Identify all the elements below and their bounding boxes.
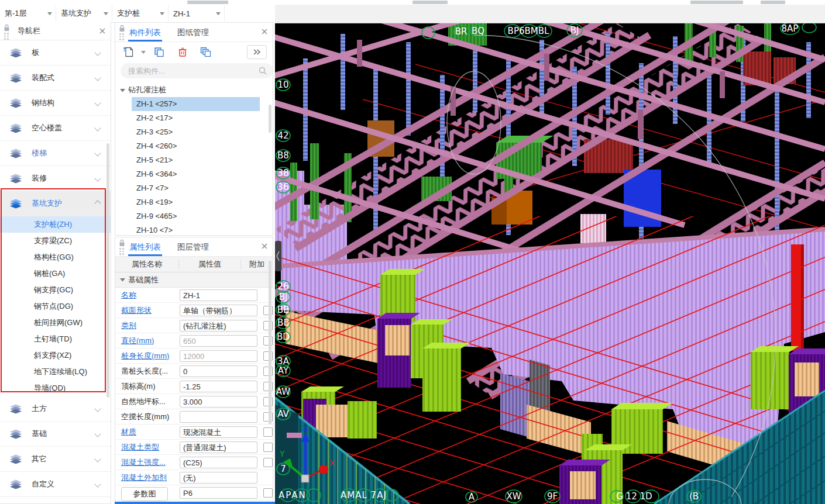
collapse-panel-tab[interactable] (275, 241, 281, 271)
chevron-down-icon (94, 175, 101, 181)
property-value-field[interactable]: 650 (180, 335, 257, 347)
sidebar-subitem-钢支撑(GC)[interactable]: 钢支撑(GC) (0, 282, 111, 298)
sidebar-item-装修[interactable]: 装修 (0, 166, 111, 191)
sidebar-item-基坑支护[interactable]: 基坑支护 (0, 191, 111, 216)
component-group-row[interactable]: 钻孔灌注桩 (115, 83, 273, 97)
list-item-ZH-8 <19>[interactable]: ZH-8 <19> (115, 195, 273, 209)
drag-handle[interactable] (115, 237, 128, 256)
sidebar-item-其它[interactable]: 其它 (0, 447, 111, 472)
property-value-field[interactable]: (无) (180, 472, 257, 484)
property-value-field[interactable]: 3.000 (180, 396, 257, 408)
svg-text:26: 26 (277, 281, 288, 292)
sidebar-item-板[interactable]: 板 (0, 40, 111, 65)
property-row-名称: 名称ZH-1 (115, 288, 273, 303)
close-icon[interactable] (261, 28, 268, 37)
3d-viewport-canvas[interactable]: BR BQ BP6BMBL BJ 8AP 10 42 B8 38 36 26 B… (275, 23, 825, 504)
sidebar-item-土方[interactable]: 土方 (0, 396, 111, 422)
delete-component-button[interactable] (175, 44, 190, 60)
list-item-ZH-6 <364>[interactable]: ZH-6 <364> (115, 167, 273, 181)
tab-drawing-management[interactable]: 图纸管理 (176, 23, 210, 42)
dropdown-value: 基坑支护 (61, 8, 91, 19)
property-value-field[interactable]: 0 (180, 365, 257, 377)
list-item-ZH-4 <260>[interactable]: ZH-4 <260> (115, 139, 273, 153)
floor-dropdown[interactable]: 第-1层 (0, 5, 56, 22)
sidebar-subitem-导墙(QD)[interactable]: 导墙(QD) (0, 380, 111, 396)
properties-column-header: 属性名称 属性值 附加 (115, 257, 273, 272)
search-input[interactable] (121, 63, 273, 78)
property-name: 空搅长度(mm) (115, 412, 180, 422)
property-row-混凝土类型: 混凝土类型(普通混凝土) (115, 440, 273, 455)
sidebar-subitem-支护桩(ZH)[interactable]: 支护桩(ZH) (0, 216, 111, 233)
component-group-label: 钻孔灌注桩 (128, 85, 166, 95)
attach-checkbox[interactable] (263, 443, 273, 452)
sidebar-item-label: 装修 (32, 173, 47, 184)
list-item-ZH-5 <21>[interactable]: ZH-5 <21> (115, 153, 273, 167)
copy-multiple-button[interactable] (198, 44, 214, 60)
drag-handle[interactable] (0, 22, 13, 40)
property-value-field[interactable]: 12000 (180, 350, 257, 362)
property-value-field[interactable]: P6 (180, 487, 257, 499)
sidebar-item-基础[interactable]: 基础 (0, 422, 111, 447)
sidebar-subitem-桩间挂网(GW)[interactable]: 桩间挂网(GW) (0, 315, 111, 331)
expand-toolbar-button[interactable] (247, 45, 267, 59)
list-item-ZH-2 <17>[interactable]: ZH-2 <17> (115, 111, 273, 125)
property-value-field[interactable] (180, 411, 257, 423)
property-name: 混凝土外加剂 (115, 472, 180, 483)
property-group-row[interactable]: 基础属性 (115, 272, 273, 288)
element-name-dropdown[interactable]: ZH-1 (169, 5, 225, 22)
sidebar-item-装配式[interactable]: 装配式 (0, 65, 111, 91)
sidebar-subitem-格构柱(GG)[interactable]: 格构柱(GG) (0, 249, 111, 265)
attach-checkbox[interactable] (263, 488, 273, 498)
sidebar-item-空心楼盖[interactable]: 空心楼盖 (0, 116, 111, 141)
sidebar-subitem-斜支撑(XZ)[interactable]: 斜支撑(XZ) (0, 347, 111, 364)
sidebar-item-楼梯[interactable]: 楼梯 (0, 141, 111, 166)
property-value-field[interactable]: -1.25 (180, 381, 257, 392)
copy-component-button[interactable] (152, 44, 167, 60)
sidebar-subitem-钢桩(GA)[interactable]: 钢桩(GA) (0, 265, 111, 282)
sidebar-item-钢结构[interactable]: 钢结构 (0, 91, 111, 116)
attach-checkbox[interactable] (263, 427, 273, 437)
close-icon[interactable] (99, 27, 106, 36)
property-value-field[interactable]: 单轴（带钢筋） (180, 305, 257, 316)
sidebar-item-label: 钢结构 (32, 98, 54, 108)
svg-text:XW: XW (506, 491, 521, 502)
attach-checkbox[interactable] (263, 458, 273, 467)
svg-text:38: 38 (277, 168, 288, 178)
tab-property-list[interactable]: 属性列表 (128, 238, 162, 256)
property-row-材质: 材质现浇混凝土 (115, 424, 273, 440)
close-icon[interactable] (261, 243, 268, 251)
category-dropdown[interactable]: 基坑支护 (56, 5, 112, 22)
property-value-field[interactable]: (钻孔灌注桩) (180, 320, 257, 332)
sidebar-subitem-支撑梁(ZC)[interactable]: 支撑梁(ZC) (0, 233, 111, 249)
new-component-dropdown-caret[interactable] (141, 51, 146, 54)
list-item-ZH-7 <7>[interactable]: ZH-7 <7> (115, 181, 273, 195)
nav-scrollbar[interactable] (106, 143, 109, 398)
tab-layer-management[interactable]: 图层管理 (176, 238, 210, 256)
sidebar-item-自定义[interactable]: 自定义 (0, 472, 111, 497)
drag-handle[interactable] (115, 23, 128, 42)
search-icon (258, 66, 267, 75)
component-scrollbar[interactable] (269, 105, 271, 133)
sidebar-subitem-钢节点(DG)[interactable]: 钢节点(DG) (0, 298, 111, 315)
property-row-类别: 类别(钻孔灌注桩) (115, 318, 273, 333)
parameter-diagram-button[interactable]: 参数图 (121, 487, 168, 501)
properties-scrollbar[interactable] (269, 261, 271, 424)
list-item-ZH-10 <7>[interactable]: ZH-10 <7> (115, 223, 273, 236)
tab-component-list[interactable]: 构件列表 (128, 23, 162, 42)
sidebar-item-label: 基坑支护 (32, 198, 62, 209)
column-attach: 附加 (241, 259, 273, 270)
property-value-field[interactable]: (普通混凝土) (180, 441, 257, 453)
list-item-ZH-1 <257>[interactable]: ZH-1 <257> (132, 97, 260, 111)
list-item-ZH-3 <25>[interactable]: ZH-3 <25> (115, 125, 273, 139)
chevron-down-icon (94, 99, 101, 106)
property-value-field[interactable]: (C25) (180, 457, 257, 468)
new-component-button[interactable] (121, 44, 136, 60)
sidebar-subitem-地下连续墙(LQ)[interactable]: 地下连续墙(LQ) (0, 364, 111, 380)
property-value-field[interactable]: 现浇混凝土 (180, 426, 257, 438)
sidebar-subitem-土钉墙(TD)[interactable]: 土钉墙(TD) (0, 331, 111, 347)
sidebar-item-label: 基础 (32, 429, 47, 439)
list-item-ZH-9 <465>[interactable]: ZH-9 <465> (115, 209, 273, 223)
element-type-dropdown[interactable]: 支护桩 (112, 5, 169, 22)
property-value-field[interactable]: ZH-1 (180, 289, 257, 301)
chevron-down-icon (94, 74, 101, 81)
